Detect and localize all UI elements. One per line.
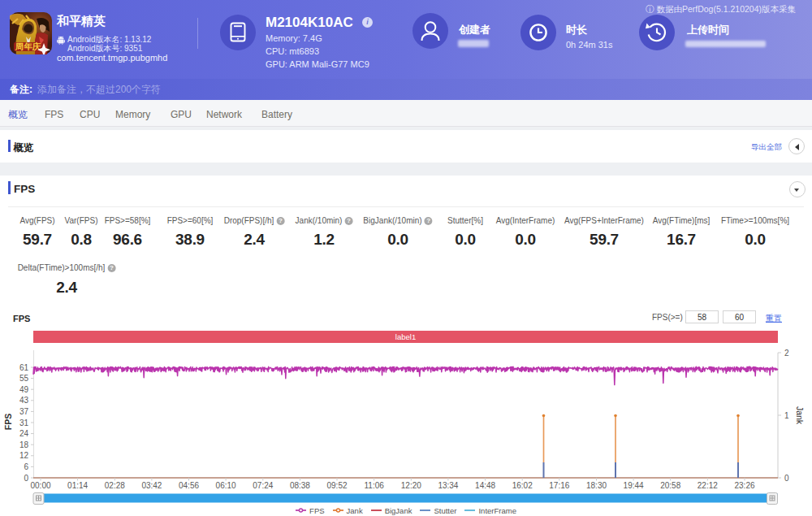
svg-text:11:06: 11:06 (365, 481, 385, 490)
svg-text:19:44: 19:44 (624, 481, 644, 490)
svg-text:18: 18 (19, 440, 29, 449)
svg-text:00:00: 00:00 (30, 481, 50, 490)
svg-text:04:56: 04:56 (179, 481, 199, 490)
svg-text:24: 24 (19, 429, 29, 438)
svg-text:06:10: 06:10 (216, 481, 236, 490)
svg-text:01:14: 01:14 (67, 481, 88, 490)
svg-text:FPS: FPS (3, 414, 13, 430)
svg-text:55: 55 (19, 374, 29, 383)
svg-text:12: 12 (19, 451, 29, 460)
svg-text:0: 0 (24, 474, 28, 483)
svg-text:61: 61 (19, 363, 29, 372)
svg-text:07:24: 07:24 (253, 481, 273, 490)
svg-text:37: 37 (19, 407, 29, 416)
svg-text:49: 49 (19, 385, 29, 394)
svg-text:31: 31 (19, 418, 29, 427)
svg-text:1: 1 (784, 411, 789, 420)
svg-text:18:30: 18:30 (586, 481, 607, 490)
svg-text:12:20: 12:20 (401, 481, 421, 490)
svg-text:03:42: 03:42 (141, 481, 162, 490)
svg-text:09:52: 09:52 (326, 481, 347, 490)
svg-text:0: 0 (784, 474, 789, 483)
svg-text:13:34: 13:34 (438, 481, 458, 490)
svg-text:43: 43 (19, 396, 29, 405)
svg-text:14:48: 14:48 (475, 481, 495, 490)
svg-text:16:02: 16:02 (512, 481, 533, 490)
svg-text:6: 6 (24, 462, 28, 471)
svg-text:02:28: 02:28 (105, 481, 125, 490)
svg-text:Jank: Jank (795, 406, 805, 425)
svg-text:23:26: 23:26 (734, 481, 754, 490)
svg-text:2: 2 (784, 349, 789, 358)
svg-text:20:58: 20:58 (660, 481, 680, 490)
svg-text:08:38: 08:38 (290, 481, 310, 490)
svg-text:17:16: 17:16 (549, 481, 569, 490)
svg-text:22:12: 22:12 (698, 481, 718, 490)
